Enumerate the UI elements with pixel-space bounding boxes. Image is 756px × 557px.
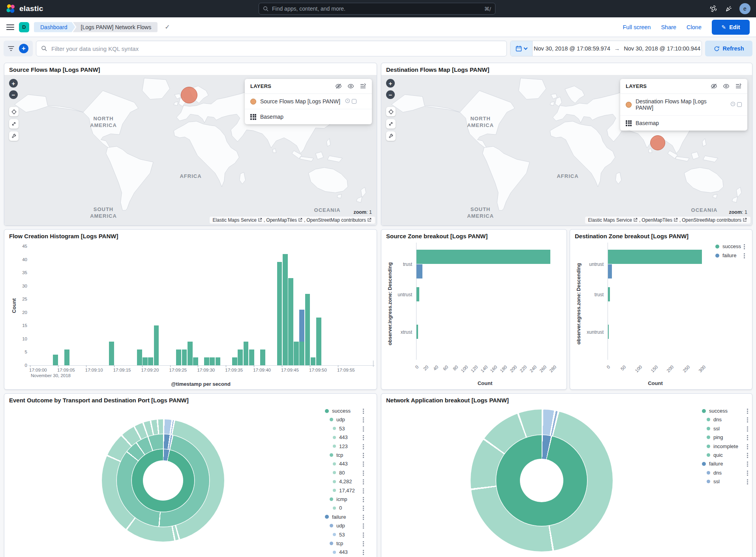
histogram-bar-success[interactable] [305, 294, 310, 365]
histogram-bar-success[interactable] [316, 318, 321, 365]
histogram-bar-success[interactable] [64, 350, 69, 365]
legend-item-ssl[interactable]: ssl [707, 478, 720, 484]
histogram-bar-success[interactable] [210, 357, 215, 365]
global-search-input[interactable]: Find apps, content, and more. ⌘/ [259, 3, 495, 15]
histogram-bar-success[interactable] [232, 357, 237, 365]
histogram-bar-success[interactable] [53, 355, 58, 365]
legend-actions-icon[interactable] [744, 244, 745, 249]
legend-actions-icon[interactable] [363, 515, 364, 520]
layer-item-basemap[interactable]: Basemap [620, 116, 747, 131]
legend-actions-icon[interactable] [747, 462, 748, 467]
legend-item-ssl[interactable]: ssl [707, 426, 720, 432]
legend-item-failure[interactable]: failure [715, 252, 736, 258]
attribution-link[interactable]: OpenMapTiles [642, 217, 678, 223]
map-zoom-out-button[interactable]: − [9, 90, 18, 99]
attribution-link[interactable]: Elastic Maps Service [588, 217, 638, 223]
zone-bar-failure[interactable] [608, 264, 612, 278]
legend-item-53[interactable]: 53 [333, 532, 345, 538]
legend-actions-icon[interactable] [747, 453, 748, 458]
legend-actions-icon[interactable] [363, 550, 364, 555]
zone-bar-success[interactable] [608, 287, 610, 301]
map-zoom-in-button[interactable]: + [9, 79, 18, 88]
histogram-bar-success[interactable] [299, 342, 304, 365]
layer-item-source-flows[interactable]: Source Flows Map [Logs PANW] [245, 94, 372, 109]
histogram-bar-success[interactable] [288, 278, 293, 365]
histogram-bar-success[interactable] [193, 357, 198, 365]
histogram-bar-success[interactable] [148, 357, 153, 365]
legend-item-udp[interactable]: udp [330, 523, 345, 529]
legend-item-success[interactable]: success [702, 408, 728, 414]
zone-bar-success[interactable] [416, 250, 550, 264]
legend-actions-icon[interactable] [747, 426, 748, 432]
histogram-bar-success[interactable] [204, 357, 209, 365]
layer-checkbox[interactable] [352, 99, 356, 104]
map-zoom-out-button[interactable]: − [386, 90, 395, 99]
legend-actions-icon[interactable] [747, 409, 748, 414]
clone-button[interactable]: Clone [687, 24, 702, 30]
legend-actions-icon[interactable] [363, 479, 364, 484]
map-fit-to-data-button[interactable] [9, 107, 19, 116]
date-quick-select-button[interactable] [510, 41, 533, 56]
legend-item-ping[interactable]: ping [707, 434, 723, 440]
attribution-link[interactable]: OpenMapTiles [266, 217, 303, 223]
legend-actions-icon[interactable] [747, 479, 748, 484]
legend-actions-icon[interactable] [747, 471, 748, 476]
legend-actions-icon[interactable] [363, 506, 364, 511]
legend-actions-icon[interactable] [363, 497, 364, 502]
legend-actions-icon[interactable] [363, 488, 364, 493]
map-fit-to-data-button[interactable] [386, 107, 396, 116]
show-layers-icon[interactable] [723, 83, 730, 90]
full-screen-button[interactable]: Full screen [623, 24, 651, 30]
legend-item-tcp[interactable]: tcp [330, 452, 343, 458]
zone-bar-success[interactable] [416, 287, 419, 301]
histogram-bar-success[interactable] [137, 350, 142, 365]
panel-title[interactable]: Flow Creation Histogram [Logs PANW] [9, 233, 118, 239]
histogram-bar-success[interactable] [176, 350, 181, 365]
zone-bar-success[interactable] [608, 250, 702, 264]
layer-checkbox[interactable] [737, 102, 742, 107]
menu-icon[interactable] [6, 24, 14, 30]
histogram-bar-success[interactable] [244, 342, 249, 365]
edit-button[interactable]: ✎ Edit [712, 20, 750, 35]
legend-item-tcp[interactable]: tcp [330, 540, 343, 546]
legend-actions-icon[interactable] [363, 471, 364, 476]
histogram-bar-success[interactable] [188, 342, 193, 365]
map-canvas[interactable]: + − zoom: 1 Elastic Maps Service , OpenM… [381, 75, 752, 225]
histogram-bar-success[interactable] [238, 350, 243, 365]
hide-layers-icon[interactable] [711, 83, 717, 90]
legend-actions-icon[interactable] [363, 541, 364, 546]
hide-layers-icon[interactable] [335, 83, 342, 90]
histogram-bar-success[interactable] [277, 262, 282, 365]
date-end-button[interactable]: Nov 30, 2018 @ 17:10:00.944 [624, 45, 700, 52]
elastic-logo[interactable]: elastic [6, 4, 43, 14]
refresh-button[interactable]: Refresh [705, 41, 752, 56]
legend-actions-icon[interactable] [363, 435, 364, 440]
legend-actions-icon[interactable] [363, 409, 364, 414]
legend-item-incomplete[interactable]: incomplete [707, 443, 738, 449]
zone-bar-success[interactable] [416, 325, 418, 339]
legend-item-443[interactable]: 443 [333, 434, 348, 440]
histogram-bar-failure[interactable] [299, 310, 304, 342]
attribution-link[interactable]: Elastic Maps Service [213, 217, 263, 223]
legend-actions-icon[interactable] [363, 426, 364, 432]
date-start-button[interactable]: Nov 30, 2018 @ 17:08:59.974 [534, 45, 610, 52]
legend-actions-icon[interactable] [363, 462, 364, 467]
show-layers-icon[interactable] [347, 83, 354, 90]
legend-actions-icon[interactable] [747, 444, 748, 449]
panel-title[interactable]: Network Application breakout [Logs PANW] [386, 397, 509, 404]
map-tools-button[interactable] [386, 131, 396, 141]
legend-item-udp[interactable]: udp [330, 417, 345, 422]
histogram-bar-success[interactable] [216, 357, 221, 365]
legend-item-icmp[interactable]: icmp [330, 496, 347, 502]
histogram-bar-success[interactable] [109, 342, 114, 365]
map-tools-button[interactable] [9, 131, 19, 141]
legend-item-dns[interactable]: dns [707, 470, 722, 476]
breadcrumb-dashboard[interactable]: Dashboard [34, 22, 75, 32]
legend-item-443[interactable]: 443 [333, 461, 348, 467]
legend-actions-icon[interactable] [363, 533, 364, 538]
collapse-layers-panel-icon[interactable] [735, 83, 742, 90]
add-filter-button[interactable]: + [19, 44, 28, 53]
collapse-layers-panel-icon[interactable] [360, 83, 366, 90]
map-expand-button[interactable] [386, 119, 396, 129]
legend-item-quic[interactable]: quic [707, 452, 723, 458]
